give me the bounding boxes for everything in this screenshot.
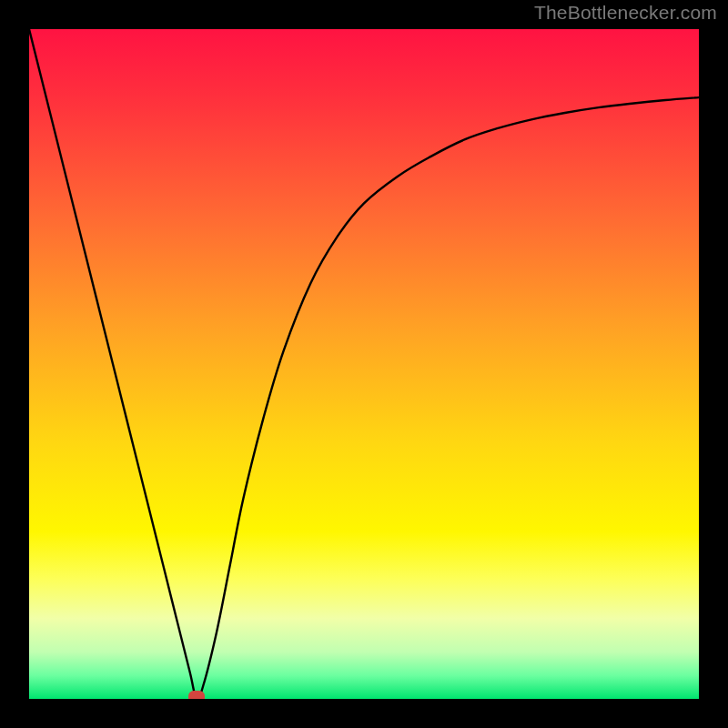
optimal-point-marker <box>188 691 205 699</box>
plot-area <box>29 29 699 699</box>
chart-frame: TheBottlenecker.com <box>0 0 728 728</box>
gradient-background <box>29 29 699 699</box>
attribution-text: TheBottlenecker.com <box>534 2 717 24</box>
bottleneck-chart <box>29 29 699 699</box>
